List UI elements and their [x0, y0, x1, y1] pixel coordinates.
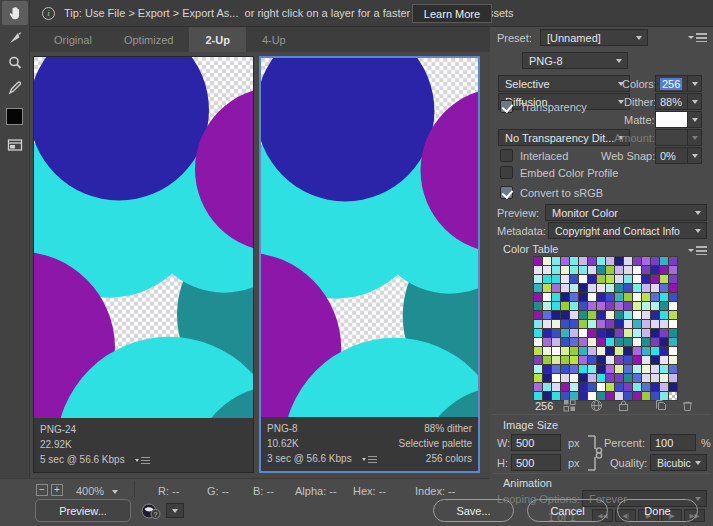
color-swatch[interactable] [669, 293, 677, 301]
color-swatch[interactable] [624, 266, 632, 274]
color-swatch[interactable] [597, 338, 605, 346]
color-swatch[interactable] [534, 347, 542, 355]
color-swatch[interactable] [543, 347, 551, 355]
tab-2up[interactable]: 2-Up [189, 27, 245, 52]
color-swatch[interactable] [552, 311, 560, 319]
color-swatch[interactable] [534, 320, 542, 328]
speed-menu-icon[interactable] [135, 457, 150, 464]
color-swatch[interactable] [588, 365, 596, 373]
color-swatch[interactable] [651, 293, 659, 301]
color-swatch[interactable] [624, 356, 632, 364]
color-swatch[interactable] [660, 284, 668, 292]
color-swatch[interactable] [615, 338, 623, 346]
color-swatch[interactable] [633, 383, 641, 391]
color-swatch[interactable] [588, 356, 596, 364]
color-swatch[interactable] [642, 302, 650, 310]
color-swatch[interactable] [642, 329, 650, 337]
color-swatch[interactable] [642, 311, 650, 319]
color-swatch[interactable] [642, 383, 650, 391]
color-swatch[interactable] [543, 338, 551, 346]
color-swatch[interactable] [570, 356, 578, 364]
preview-pane-optimized[interactable]: PNG-8 10.62K 3 sec @ 56.6 Kbps 88% dithe… [259, 56, 480, 473]
color-swatch[interactable] [669, 257, 677, 265]
zoom-chevron-icon[interactable] [112, 490, 118, 494]
color-swatch[interactable] [588, 383, 596, 391]
color-swatch[interactable] [633, 356, 641, 364]
color-swatch[interactable] [660, 383, 668, 391]
color-swatch[interactable] [588, 257, 596, 265]
color-swatch[interactable] [543, 392, 551, 400]
color-table-menu-icon[interactable] [688, 246, 707, 255]
color-swatch[interactable] [534, 356, 542, 364]
color-swatch[interactable] [552, 302, 560, 310]
color-swatch[interactable] [633, 293, 641, 301]
delete-color-icon[interactable] [681, 399, 694, 414]
color-swatch[interactable] [561, 311, 569, 319]
color-swatch[interactable] [543, 374, 551, 382]
color-swatch[interactable] [561, 293, 569, 301]
color-swatch[interactable] [543, 329, 551, 337]
color-swatch[interactable] [588, 374, 596, 382]
color-swatch[interactable] [606, 311, 614, 319]
hand-tool[interactable] [2, 1, 28, 25]
lock-color-icon[interactable] [617, 399, 630, 414]
color-swatch[interactable] [552, 392, 560, 400]
color-swatch[interactable] [606, 284, 614, 292]
color-swatch[interactable] [534, 275, 542, 283]
color-swatch[interactable] [543, 356, 551, 364]
color-swatch[interactable] [579, 284, 587, 292]
width-input[interactable] [511, 434, 561, 451]
matte-combo[interactable] [655, 111, 702, 128]
color-swatch[interactable] [615, 266, 623, 274]
transparency-dither-select[interactable]: No Transparency Dit... [498, 129, 630, 146]
quality-select[interactable]: Bicubic [650, 454, 707, 471]
color-swatch[interactable] [651, 275, 659, 283]
color-swatch[interactable] [669, 302, 677, 310]
color-swatch[interactable] [669, 284, 677, 292]
color-swatch[interactable] [633, 266, 641, 274]
color-swatch[interactable] [597, 257, 605, 265]
color-swatch[interactable] [606, 365, 614, 373]
color-swatch[interactable] [651, 365, 659, 373]
color-swatch[interactable] [597, 347, 605, 355]
color-swatch[interactable] [597, 266, 605, 274]
done-button[interactable]: Done [617, 499, 698, 522]
color-swatch[interactable] [660, 329, 668, 337]
color-swatch[interactable] [633, 347, 641, 355]
dither-combo[interactable]: 88% [655, 93, 702, 110]
save-button[interactable]: Save... [433, 499, 514, 522]
color-swatch[interactable] [642, 374, 650, 382]
color-swatch[interactable] [669, 320, 677, 328]
color-swatch[interactable] [615, 320, 623, 328]
browser-icon[interactable]: ? [141, 501, 161, 523]
color-swatch[interactable] [624, 311, 632, 319]
color-swatch[interactable] [543, 275, 551, 283]
transparency-checkbox[interactable] [500, 100, 513, 113]
color-swatch[interactable] [597, 293, 605, 301]
color-swatch[interactable] [642, 266, 650, 274]
color-swatch[interactable] [561, 266, 569, 274]
color-swatch[interactable] [669, 275, 677, 283]
color-swatch[interactable] [606, 320, 614, 328]
color-swatch[interactable] [579, 275, 587, 283]
color-swatch[interactable] [543, 257, 551, 265]
color-swatch[interactable] [570, 365, 578, 373]
color-swatch[interactable] [633, 320, 641, 328]
color-swatch[interactable] [624, 275, 632, 283]
color-swatch[interactable] [624, 302, 632, 310]
color-swatch[interactable] [579, 302, 587, 310]
color-swatch[interactable] [597, 374, 605, 382]
color-swatch[interactable] [588, 275, 596, 283]
color-swatch[interactable] [660, 338, 668, 346]
color-swatch[interactable] [597, 275, 605, 283]
color-swatch[interactable] [624, 329, 632, 337]
color-swatch[interactable] [669, 392, 677, 400]
color-swatch[interactable] [651, 302, 659, 310]
color-swatch[interactable] [660, 311, 668, 319]
color-swatch[interactable] [606, 266, 614, 274]
color-swatch[interactable] [552, 365, 560, 373]
color-swatch[interactable] [588, 311, 596, 319]
color-swatch[interactable] [588, 329, 596, 337]
color-swatch[interactable] [570, 302, 578, 310]
matte-swatch[interactable] [655, 111, 688, 128]
